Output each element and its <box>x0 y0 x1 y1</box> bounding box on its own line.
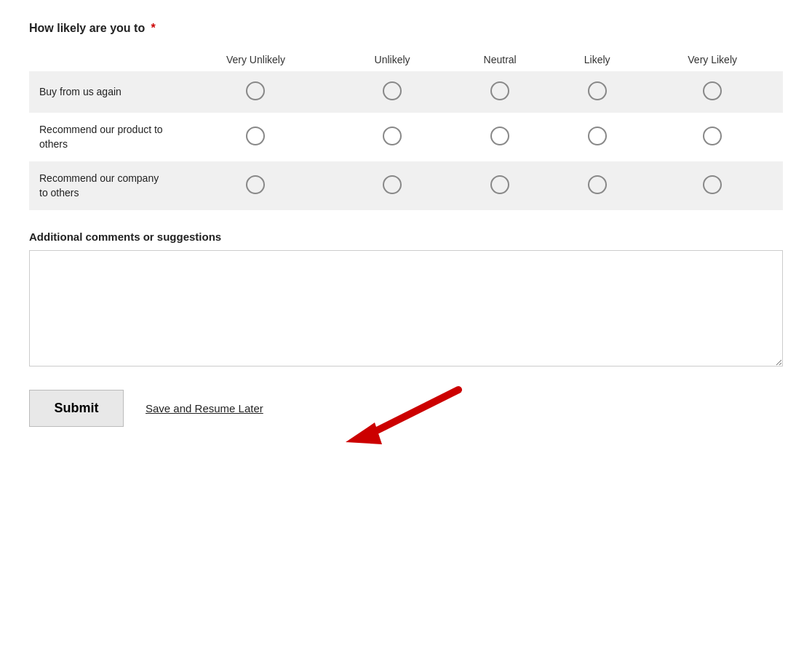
svg-line-0 <box>364 390 458 437</box>
buttons-row: Submit Save and Resume Later <box>29 390 783 427</box>
radio-rec-product-very-unlikely[interactable] <box>246 127 265 145</box>
col-header-very-likely: Very Likely <box>642 48 783 71</box>
radio-rec-product-very-likely[interactable] <box>703 127 722 145</box>
radio-buy-again-very-unlikely[interactable] <box>246 81 265 100</box>
radio-rec-company-likely[interactable] <box>588 175 607 194</box>
col-header-likely: Likely <box>552 48 642 71</box>
radio-cell-rec-product-likely[interactable] <box>552 113 642 161</box>
radio-cell-rec-product-very-unlikely[interactable] <box>175 113 337 161</box>
radio-cell-rec-company-unlikely[interactable] <box>337 161 447 210</box>
comments-textarea[interactable] <box>29 250 783 366</box>
radio-cell-rec-company-neutral[interactable] <box>447 161 552 210</box>
radio-rec-company-very-likely[interactable] <box>703 175 722 194</box>
radio-rec-product-neutral[interactable] <box>490 127 509 145</box>
question-text: How likely are you to <box>29 22 145 34</box>
table-row: Recommend our company to others <box>29 161 783 210</box>
radio-cell-rec-product-unlikely[interactable] <box>337 113 447 161</box>
table-row: Recommend our product to others <box>29 113 783 161</box>
row-label-recommend-product: Recommend our product to others <box>29 113 175 161</box>
question-section: How likely are you to * Very Unlikely Un… <box>29 22 783 427</box>
radio-cell-rec-company-very-unlikely[interactable] <box>175 161 337 210</box>
question-label: How likely are you to * <box>29 22 783 35</box>
comments-section: Additional comments or suggestions <box>29 231 783 369</box>
radio-cell-buy-again-very-likely[interactable] <box>642 71 783 113</box>
radio-cell-buy-again-neutral[interactable] <box>447 71 552 113</box>
radio-rec-company-neutral[interactable] <box>490 175 509 194</box>
radio-cell-rec-company-very-likely[interactable] <box>642 161 783 210</box>
radio-rec-product-likely[interactable] <box>588 127 607 145</box>
radio-cell-buy-again-unlikely[interactable] <box>337 71 447 113</box>
col-header-empty <box>29 48 175 71</box>
row-label-recommend-company: Recommend our company to others <box>29 161 175 210</box>
col-header-very-unlikely: Very Unlikely <box>175 48 337 71</box>
radio-buy-again-neutral[interactable] <box>490 81 509 100</box>
submit-button[interactable]: Submit <box>29 390 124 427</box>
col-header-neutral: Neutral <box>447 48 552 71</box>
table-row: Buy from us again <box>29 71 783 113</box>
matrix-table: Very Unlikely Unlikely Neutral Likely Ve… <box>29 48 783 210</box>
radio-cell-rec-product-neutral[interactable] <box>447 113 552 161</box>
radio-cell-buy-again-very-unlikely[interactable] <box>175 71 337 113</box>
radio-cell-rec-product-very-likely[interactable] <box>642 113 783 161</box>
radio-rec-company-unlikely[interactable] <box>383 175 402 194</box>
radio-rec-product-unlikely[interactable] <box>383 127 402 145</box>
row-label-buy-again: Buy from us again <box>29 71 175 113</box>
radio-buy-again-likely[interactable] <box>588 81 607 100</box>
col-header-unlikely: Unlikely <box>337 48 447 71</box>
comments-label: Additional comments or suggestions <box>29 231 783 243</box>
svg-marker-1 <box>346 422 382 444</box>
radio-rec-company-very-unlikely[interactable] <box>246 175 265 194</box>
save-resume-link[interactable]: Save and Resume Later <box>146 402 263 414</box>
required-marker: * <box>151 22 156 34</box>
radio-buy-again-very-likely[interactable] <box>703 81 722 100</box>
radio-cell-buy-again-likely[interactable] <box>552 71 642 113</box>
arrow-annotation <box>306 382 466 448</box>
radio-cell-rec-company-likely[interactable] <box>552 161 642 210</box>
radio-buy-again-unlikely[interactable] <box>383 81 402 100</box>
